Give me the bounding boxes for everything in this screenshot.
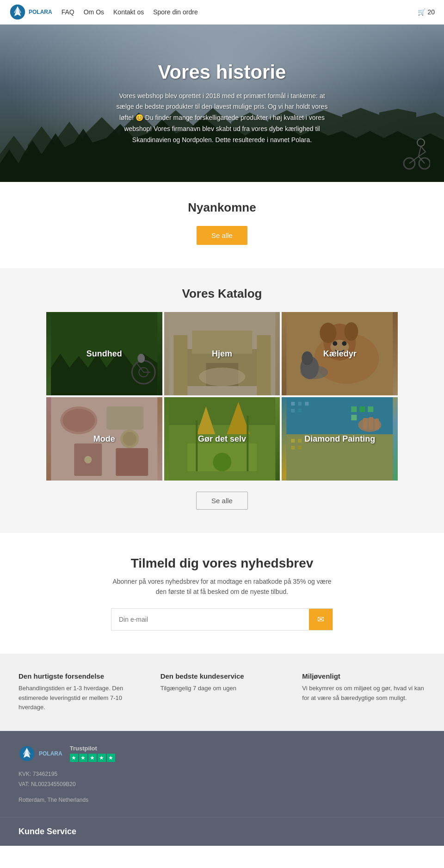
footer-vat: VAT: NL002345509B20 <box>18 780 426 790</box>
hjem-overlay: Hjem <box>164 312 280 395</box>
sundhed-label: Sundhed <box>86 349 122 359</box>
newsletter-title: Tilmeld dig vores nyhedsbrev <box>9 556 435 571</box>
katalog-item-diamond[interactable]: Diamond Painting <box>282 397 398 481</box>
katalog-item-kaeledyr[interactable]: Kæledyr <box>282 312 398 395</box>
nyankomne-see-all-button[interactable]: Se alle <box>197 226 247 245</box>
mode-overlay: Mode <box>46 397 162 481</box>
footer-top: POLARA Trustpilot ★ ★ ★ ★ ★ <box>18 745 426 762</box>
katalog-item-gor[interactable]: Gør det selv <box>164 397 280 481</box>
newsletter-email-input[interactable] <box>111 609 309 630</box>
feature-kundeservice-text: Tilgængelig 7 dage om ugen <box>160 684 284 693</box>
feature-kundeservice: Den bedste kundeservice Tilgængelig 7 da… <box>160 672 284 712</box>
feature-forsendelse-title: Den hurtigste forsendelse <box>18 672 142 680</box>
nav-spore[interactable]: Spore din ordre <box>153 8 198 16</box>
logo-text: POLARA <box>29 9 52 15</box>
kaeledyr-label: Kæledyr <box>323 349 357 359</box>
footer-trustpilot: Trustpilot ★ ★ ★ ★ ★ <box>70 745 115 762</box>
svg-line-7 <box>421 146 426 152</box>
gor-label: Gør det selv <box>198 434 246 444</box>
nav-om-os[interactable]: Om Os <box>84 8 104 16</box>
trustpilot-label: Trustpilot <box>70 745 115 752</box>
footer-logo-icon <box>18 745 35 762</box>
hero-description: Vores webshop blev oprettet i 2018 med e… <box>111 91 333 146</box>
feature-forsendelse-text: Behandlingstiden er 1-3 hverdage. Den es… <box>18 684 142 712</box>
star-5: ★ <box>107 754 115 762</box>
footer-bottom: Kunde Service <box>0 817 444 846</box>
cyclist-icon <box>402 136 430 173</box>
svg-point-1 <box>417 139 425 146</box>
feature-miljo-text: Vi bekymrer os om miljøet og gør, hvad v… <box>302 684 426 703</box>
feature-miljo: Miljøvenligt Vi bekymrer os om miljøet o… <box>302 672 426 712</box>
hero-section: Vores historie Vores webshop blev oprett… <box>0 25 444 182</box>
newsletter-section: Tilmeld dig vores nyhedsbrev Abonner på … <box>0 533 444 654</box>
hjem-label: Hjem <box>212 349 232 359</box>
logo-icon <box>9 4 26 20</box>
footer-bottom-title: Kunde Service <box>18 827 426 837</box>
logo[interactable]: POLARA <box>9 4 52 20</box>
hero-title: Vores historie <box>111 61 333 83</box>
gor-overlay: Gør det selv <box>164 397 280 481</box>
hero-content: Vores historie Vores webshop blev oprett… <box>102 52 342 155</box>
nav-kontakt[interactable]: Kontakt os <box>113 8 144 16</box>
nyankomne-section: Nyankomne Se alle <box>0 182 444 268</box>
footer-logo: POLARA <box>18 745 62 762</box>
cart-icon: 🛒 <box>418 8 426 16</box>
mode-label: Mode <box>93 434 115 444</box>
nav-links: FAQ Om Os Kontakt os Spore din ordre <box>62 8 198 16</box>
feature-kundeservice-title: Den bedste kundeservice <box>160 672 284 680</box>
newsletter-submit-button[interactable]: ✉ <box>309 609 333 630</box>
sundhed-overlay: Sundhed <box>46 312 162 395</box>
katalog-see-all-button[interactable]: Se alle <box>196 492 248 510</box>
katalog-item-sundhed[interactable]: Sundhed <box>46 312 162 395</box>
star-2: ★ <box>79 754 87 762</box>
nyankomne-title: Nyankomne <box>9 200 435 215</box>
features-section: Den hurtigste forsendelse Behandlingstid… <box>0 654 444 731</box>
katalog-section: Vores Katalog Sundhed <box>0 268 444 533</box>
navigation: POLARA FAQ Om Os Kontakt os Spore din or… <box>0 0 444 25</box>
nav-faq[interactable]: FAQ <box>62 8 74 16</box>
newsletter-description: Abonner på vores nyhedsbrev for at modta… <box>111 576 333 597</box>
footer-address: Rotterdam, The Netherlands <box>18 797 426 803</box>
footer-kvk: KVK: 73462195 <box>18 769 426 780</box>
star-4: ★ <box>98 754 106 762</box>
footer-info: KVK: 73462195 VAT: NL002345509B20 <box>18 769 426 789</box>
katalog-item-mode[interactable]: Mode <box>46 397 162 481</box>
feature-forsendelse: Den hurtigste forsendelse Behandlingstid… <box>18 672 142 712</box>
cart[interactable]: 🛒 20 <box>418 8 435 16</box>
katalog-title: Vores Katalog <box>9 287 435 301</box>
diamond-label: Diamond Painting <box>304 434 375 444</box>
cart-count: 20 <box>427 8 435 16</box>
feature-miljo-title: Miljøvenligt <box>302 672 426 680</box>
star-3: ★ <box>88 754 97 762</box>
envelope-icon: ✉ <box>317 615 324 624</box>
footer-logo-text: POLARA <box>39 750 62 757</box>
footer: POLARA Trustpilot ★ ★ ★ ★ ★ KVK: 7346219… <box>0 731 444 817</box>
diamond-overlay: Diamond Painting <box>282 397 398 481</box>
trustpilot-stars: ★ ★ ★ ★ ★ <box>70 754 115 762</box>
kaeledyr-overlay: Kæledyr <box>282 312 398 395</box>
newsletter-form: ✉ <box>111 608 333 631</box>
katalog-item-hjem[interactable]: Hjem <box>164 312 280 395</box>
star-1: ★ <box>70 754 78 762</box>
katalog-grid: Sundhed Hjem <box>46 312 398 481</box>
